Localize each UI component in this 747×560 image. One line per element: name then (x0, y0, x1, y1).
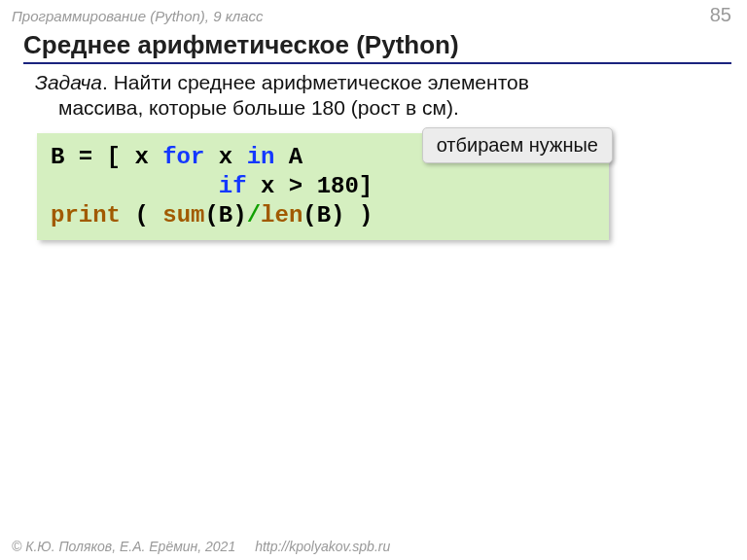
kw-if: if (219, 173, 247, 199)
callout: отбираем нужные (422, 127, 613, 163)
op-slash: / (247, 202, 261, 228)
code-block-wrap: B = [ x for x in A if x > 180] print ( s… (37, 133, 609, 240)
code-txt: B = [ x (51, 144, 162, 170)
kw-len: len (261, 202, 302, 228)
code-txt: x > 180] (247, 173, 374, 199)
kw-in: in (247, 144, 275, 170)
copyright: © К.Ю. Поляков, Е.А. Ерёмин, 2021 (12, 539, 235, 554)
slide: Программирование (Python), 9 класс 85 Ср… (0, 0, 747, 560)
task-label: Задача (35, 71, 102, 93)
code-txt: x (204, 144, 246, 170)
page-number: 85 (710, 4, 731, 26)
slide-footer: © К.Ю. Поляков, Е.А. Ерёмин, 2021http://… (0, 535, 747, 560)
kw-for: for (162, 144, 204, 170)
code-pad (51, 173, 219, 199)
task-line1: Найти среднее арифметическое элементов (114, 71, 529, 93)
code-txt: A (274, 144, 316, 170)
task-dot: . (102, 71, 114, 93)
page-title: Среднее арифметическое (Python) (23, 28, 731, 64)
task-text: Задача. Найти среднее арифметическое эле… (35, 70, 712, 122)
code-txt: (B) ) (302, 202, 373, 228)
kw-sum: sum (162, 202, 204, 228)
callout-text: отбираем нужные (437, 134, 598, 156)
slide-header: Программирование (Python), 9 класс 85 (0, 0, 747, 28)
code-txt: (B) (204, 202, 246, 228)
kw-print: print (51, 202, 121, 228)
footer-url: http://kpolyakov.spb.ru (255, 539, 390, 554)
code-txt: ( (121, 202, 162, 228)
course-label: Программирование (Python), 9 класс (12, 8, 264, 24)
task-line2: массива, которые больше 180 (рост в см). (58, 95, 712, 121)
